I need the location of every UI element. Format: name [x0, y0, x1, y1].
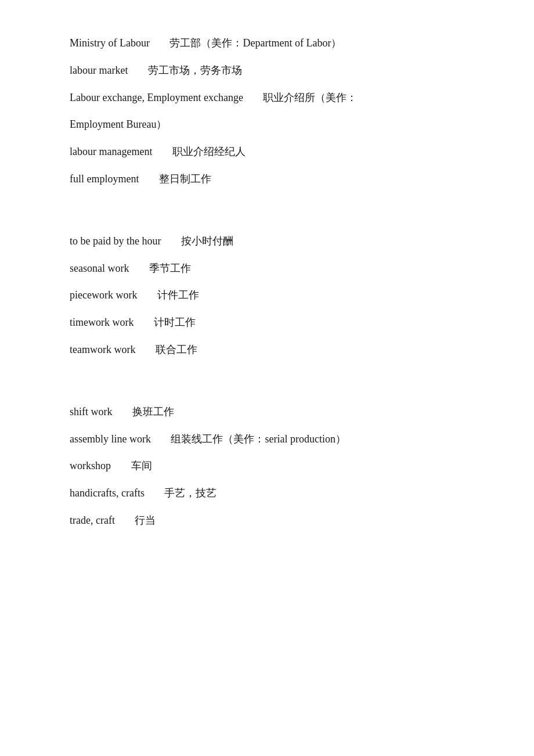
entry-seasonal-work: seasonal work 季节工作 [70, 260, 464, 277]
entry-timework: timework work 计时工作 [70, 314, 464, 331]
entry-en: piecework work [70, 289, 137, 301]
section-3: shift work 换班工作 assembly line work 组装线工作… [70, 404, 464, 529]
entry-en: assembly line work [70, 433, 151, 445]
entry-en: teamwork work [70, 344, 135, 355]
entry-paid-by-hour: to be paid by the hour 按小时付酬 [70, 233, 464, 250]
entry-zh: 按小时付酬 [181, 235, 233, 247]
entry-en: full employment [70, 173, 139, 185]
entry-full-employment: full employment 整日制工作 [70, 171, 464, 188]
entry-assembly-line: assembly line work 组装线工作（美作：serial produ… [70, 431, 464, 448]
entry-ministry-of-labour: Ministry of Labour 劳工部（美作：Department of … [70, 35, 464, 52]
entry-employment-bureau: Employment Bureau） [70, 116, 464, 133]
entry-zh: 车间 [131, 460, 152, 471]
entry-zh: 劳工市场，劳务市场 [148, 64, 242, 76]
entry-en: Employment Bureau） [70, 118, 167, 130]
entry-shift-work: shift work 换班工作 [70, 404, 464, 420]
entry-en: labour management [70, 146, 152, 157]
entry-zh: 组装线工作（美作：serial production） [171, 433, 345, 445]
entry-en: Labour exchange, Employment exchange [70, 92, 243, 103]
entry-en: seasonal work [70, 262, 129, 274]
entry-zh: 劳工部（美作：Department of Labor） [169, 37, 341, 49]
entry-en: shift work [70, 406, 113, 417]
spacer-2 [70, 369, 464, 404]
entry-zh: 整日制工作 [159, 173, 211, 185]
entry-zh: 行当 [135, 514, 156, 526]
page-content: Ministry of Labour 劳工部（美作：Department of … [70, 35, 464, 529]
entry-labour-management: labour management 职业介绍经纪人 [70, 143, 464, 160]
entry-zh: 职业介绍经纪人 [172, 146, 246, 157]
entry-en: to be paid by the hour [70, 235, 161, 247]
entry-teamwork: teamwork work 联合工作 [70, 341, 464, 358]
section-2: to be paid by the hour 按小时付酬 seasonal wo… [70, 233, 464, 358]
entry-labour-market: labour market 劳工市场，劳务市场 [70, 62, 464, 79]
entry-en: handicrafts, crafts [70, 487, 145, 499]
entry-trade-craft: trade, craft 行当 [70, 512, 464, 529]
entry-en: workshop [70, 460, 111, 471]
section-1: Ministry of Labour 劳工部（美作：Department of … [70, 35, 464, 188]
entry-en: timework work [70, 316, 134, 328]
entry-zh: 计时工作 [154, 316, 196, 328]
entry-en: trade, craft [70, 514, 115, 526]
entry-handicrafts: handicrafts, crafts 手艺，技艺 [70, 485, 464, 502]
entry-en: Ministry of Labour [70, 37, 150, 49]
entry-zh: 季节工作 [149, 262, 191, 274]
entry-workshop: workshop 车间 [70, 458, 464, 474]
entry-zh: 职业介绍所（美作： [263, 92, 357, 103]
entry-zh: 联合工作 [156, 344, 197, 355]
entry-zh: 换班工作 [132, 406, 174, 417]
entry-en: labour market [70, 64, 128, 76]
entry-labour-exchange: Labour exchange, Employment exchange 职业介… [70, 89, 464, 106]
entry-zh: 计件工作 [157, 289, 199, 301]
entry-zh: 手艺，技艺 [164, 487, 217, 499]
spacer-1 [70, 198, 464, 233]
entry-piecework: piecework work 计件工作 [70, 287, 464, 304]
